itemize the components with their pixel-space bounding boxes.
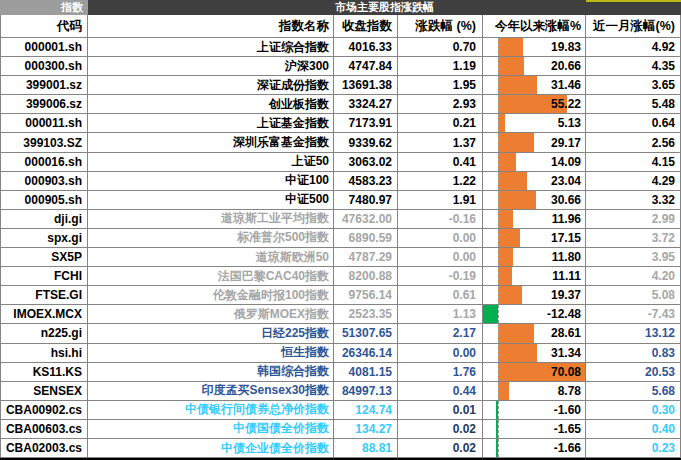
- code-cell[interactable]: CBA02003.cs: [0, 439, 88, 457]
- close-cell[interactable]: 3063.02: [334, 153, 398, 171]
- ytd-cell[interactable]: 31.46: [483, 76, 586, 94]
- name-cell[interactable]: 恒生指数: [88, 344, 334, 362]
- close-cell[interactable]: 4583.23: [334, 172, 398, 190]
- ytd-cell[interactable]: 14.09: [483, 153, 586, 171]
- code-cell[interactable]: 000001.sh: [0, 38, 88, 56]
- column-header-close[interactable]: 收盘指数: [334, 15, 398, 37]
- change-cell[interactable]: 1.76: [398, 363, 483, 381]
- code-cell[interactable]: IMOEX.MCX: [0, 305, 88, 323]
- ytd-cell[interactable]: 55.22: [483, 95, 586, 113]
- month-change-cell[interactable]: 4.29: [586, 172, 681, 190]
- month-change-cell[interactable]: 5.08: [586, 286, 681, 304]
- code-cell[interactable]: dji.gi: [0, 210, 88, 228]
- close-cell[interactable]: 4787.29: [334, 248, 398, 266]
- column-header-chg[interactable]: 涨跌幅 (%): [398, 15, 483, 37]
- month-change-cell[interactable]: 0.30: [586, 401, 681, 419]
- name-cell[interactable]: 创业板指数: [88, 95, 334, 113]
- change-cell[interactable]: 1.37: [398, 133, 483, 151]
- ytd-cell[interactable]: 19.37: [483, 286, 586, 304]
- name-cell[interactable]: 中债企业债全价指数: [88, 439, 334, 457]
- name-cell[interactable]: 法国巴黎CAC40指数: [88, 267, 334, 285]
- change-cell[interactable]: 1.91: [398, 191, 483, 209]
- month-change-cell[interactable]: 0.83: [586, 344, 681, 362]
- code-cell[interactable]: FCHI: [0, 267, 88, 285]
- change-cell[interactable]: 0.61: [398, 286, 483, 304]
- close-cell[interactable]: 8200.88: [334, 267, 398, 285]
- close-cell[interactable]: 7173.91: [334, 114, 398, 132]
- month-change-cell[interactable]: 3.65: [586, 76, 681, 94]
- ytd-cell[interactable]: 31.34: [483, 344, 586, 362]
- close-cell[interactable]: 3324.27: [334, 95, 398, 113]
- month-change-cell[interactable]: 3.95: [586, 248, 681, 266]
- name-cell[interactable]: 上证50: [88, 153, 334, 171]
- month-change-cell[interactable]: 3.32: [586, 191, 681, 209]
- column-header-m1[interactable]: 近一月涨幅(%): [586, 15, 681, 37]
- close-cell[interactable]: 47632.00: [334, 210, 398, 228]
- change-cell[interactable]: 0.00: [398, 229, 483, 247]
- close-cell[interactable]: 2523.35: [334, 305, 398, 323]
- change-cell[interactable]: 2.17: [398, 324, 483, 342]
- change-cell[interactable]: 1.13: [398, 305, 483, 323]
- month-change-cell[interactable]: 4.92: [586, 38, 681, 56]
- code-cell[interactable]: CBA00902.cs: [0, 401, 88, 419]
- name-cell[interactable]: 道琼斯欧洲50: [88, 248, 334, 266]
- month-change-cell[interactable]: 20.53: [586, 363, 681, 381]
- ytd-cell[interactable]: 20.66: [483, 57, 586, 75]
- code-cell[interactable]: spx.gi: [0, 229, 88, 247]
- code-cell[interactable]: 399006.sz: [0, 95, 88, 113]
- change-cell[interactable]: 1.19: [398, 57, 483, 75]
- column-header-code[interactable]: 代码: [0, 15, 88, 37]
- change-cell[interactable]: -0.19: [398, 267, 483, 285]
- ytd-cell[interactable]: -1.66: [483, 439, 586, 457]
- close-cell[interactable]: 124.74: [334, 401, 398, 419]
- change-cell[interactable]: 0.00: [398, 344, 483, 362]
- change-cell[interactable]: 1.22: [398, 172, 483, 190]
- close-cell[interactable]: 88.81: [334, 439, 398, 457]
- ytd-cell[interactable]: 70.08: [483, 363, 586, 381]
- name-cell[interactable]: 中债国债全价指数: [88, 420, 334, 438]
- month-change-cell[interactable]: -7.43: [586, 305, 681, 323]
- month-change-cell[interactable]: 13.12: [586, 324, 681, 342]
- change-cell[interactable]: 0.44: [398, 382, 483, 400]
- ytd-cell[interactable]: -1.60: [483, 401, 586, 419]
- month-change-cell[interactable]: 5.48: [586, 95, 681, 113]
- code-cell[interactable]: SENSEX: [0, 382, 88, 400]
- code-cell[interactable]: 000011.sh: [0, 114, 88, 132]
- code-cell[interactable]: n225.gi: [0, 324, 88, 342]
- ytd-cell[interactable]: -1.65: [483, 420, 586, 438]
- name-cell[interactable]: 日经225指数: [88, 324, 334, 342]
- close-cell[interactable]: 26346.14: [334, 344, 398, 362]
- close-cell[interactable]: 13691.38: [334, 76, 398, 94]
- change-cell[interactable]: -0.16: [398, 210, 483, 228]
- close-cell[interactable]: 4016.33: [334, 38, 398, 56]
- name-cell[interactable]: 标准普尔500指数: [88, 229, 334, 247]
- change-cell[interactable]: 0.01: [398, 401, 483, 419]
- close-cell[interactable]: 6890.59: [334, 229, 398, 247]
- name-cell[interactable]: 印度孟买Sensex30指数: [88, 382, 334, 400]
- code-cell[interactable]: 000016.sh: [0, 153, 88, 171]
- name-cell[interactable]: 道琼斯工业平均指数: [88, 210, 334, 228]
- code-cell[interactable]: 399001.sz: [0, 76, 88, 94]
- corner-cell[interactable]: 指数: [0, 0, 88, 15]
- ytd-cell[interactable]: 5.13: [483, 114, 586, 132]
- change-cell[interactable]: 2.93: [398, 95, 483, 113]
- ytd-cell[interactable]: 8.78: [483, 382, 586, 400]
- ytd-cell[interactable]: 11.96: [483, 210, 586, 228]
- month-change-cell[interactable]: 4.20: [586, 267, 681, 285]
- code-cell[interactable]: 000905.sh: [0, 191, 88, 209]
- ytd-cell[interactable]: 11.11: [483, 267, 586, 285]
- month-change-cell[interactable]: 2.99: [586, 210, 681, 228]
- change-cell[interactable]: 0.41: [398, 153, 483, 171]
- ytd-cell[interactable]: 19.83: [483, 38, 586, 56]
- change-cell[interactable]: 0.00: [398, 248, 483, 266]
- name-cell[interactable]: 沪深300: [88, 57, 334, 75]
- month-change-cell[interactable]: 2.56: [586, 133, 681, 151]
- ytd-cell[interactable]: 28.61: [483, 324, 586, 342]
- name-cell[interactable]: 上证基金指数: [88, 114, 334, 132]
- code-cell[interactable]: KS11.KS: [0, 363, 88, 381]
- ytd-cell[interactable]: 23.04: [483, 172, 586, 190]
- ytd-cell[interactable]: 11.80: [483, 248, 586, 266]
- code-cell[interactable]: CBA00603.cs: [0, 420, 88, 438]
- ytd-cell[interactable]: 17.15: [483, 229, 586, 247]
- column-header-name[interactable]: 指数名称: [88, 15, 334, 37]
